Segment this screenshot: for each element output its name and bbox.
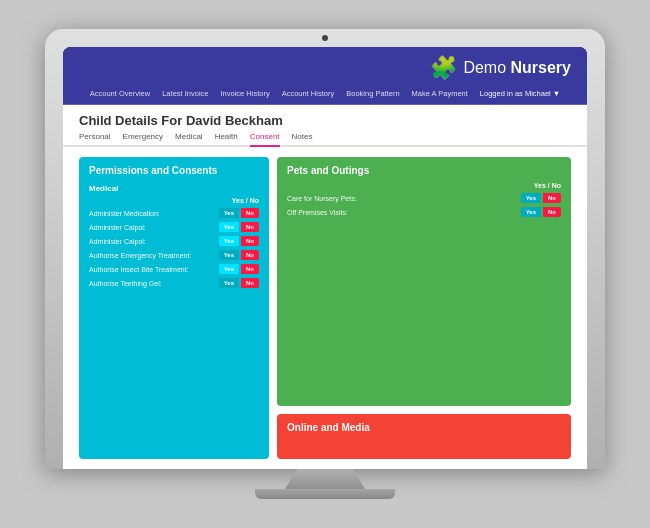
monitor-wrapper: 🧩 Demo Nursery Account Overview Latest I…	[45, 29, 605, 499]
perm-label-1: Administer Calpol:	[89, 224, 219, 231]
toggle-calpol2: Yes No	[219, 236, 259, 246]
nav-booking-pattern[interactable]: Booking Pattern	[346, 89, 399, 98]
btn-no-off-premises[interactable]: No	[543, 207, 561, 217]
perm-label-5: Authorise Teething Gel:	[89, 280, 219, 287]
btn-no-emergency[interactable]: No	[241, 250, 259, 260]
toggle-off-premises: Yes No	[521, 207, 561, 217]
btn-yes-teething[interactable]: Yes	[219, 278, 239, 288]
yes-no-label-permissions: Yes / No	[232, 197, 259, 204]
logo-nursery: Nursery	[511, 59, 571, 76]
screen: 🧩 Demo Nursery Account Overview Latest I…	[63, 47, 587, 469]
toggle-insect: Yes No	[219, 264, 259, 274]
logo-text: Demo Nursery	[463, 59, 571, 77]
permissions-section-label: Medical	[79, 180, 269, 195]
toggle-calpol1: Yes No	[219, 222, 259, 232]
permissions-card: Permissions and Consents Medical Yes / N…	[79, 157, 269, 459]
tab-medical[interactable]: Medical	[175, 132, 203, 145]
tabs-row: Personal Emergency Medical Health Consen…	[63, 132, 587, 147]
nav-account-overview[interactable]: Account Overview	[90, 89, 150, 98]
toggle-teething: Yes No	[219, 278, 259, 288]
btn-yes-insect[interactable]: Yes	[219, 264, 239, 274]
btn-yes-emergency[interactable]: Yes	[219, 250, 239, 260]
pets-card: Pets and Outings Yes / No Care for Nurse…	[277, 157, 571, 406]
perm-label-3: Authorise Emergency Treatment:	[89, 252, 219, 259]
monitor-stand	[285, 469, 365, 489]
btn-no-insect[interactable]: No	[241, 264, 259, 274]
puzzle-icon: 🧩	[430, 55, 457, 81]
perm-label-4: Authorise Insect Bite Treatment:	[89, 266, 219, 273]
nav-bar: Account Overview Latest Invoice Invoice …	[63, 85, 587, 105]
btn-no-calpol2[interactable]: No	[241, 236, 259, 246]
monitor-bezel: 🧩 Demo Nursery Account Overview Latest I…	[63, 47, 587, 469]
toggle-medication: Yes No	[219, 208, 259, 218]
perm-label-2: Administer Calpol:	[89, 238, 219, 245]
monitor-base	[255, 489, 395, 499]
permission-row-medication: Administer Medication: Yes No	[79, 206, 269, 220]
tab-emergency[interactable]: Emergency	[123, 132, 163, 145]
pet-label-1: Off Premises Visits:	[287, 209, 521, 216]
pet-row-offpremises: Off Premises Visits: Yes No	[277, 205, 571, 219]
nav-account-history[interactable]: Account History	[282, 89, 335, 98]
permissions-card-title: Permissions and Consents	[79, 157, 269, 180]
tab-consent[interactable]: Consent	[250, 132, 280, 147]
monitor-dot	[322, 35, 328, 41]
permission-row-calpol1: Administer Calpol: Yes No	[79, 220, 269, 234]
permission-row-emergency: Authorise Emergency Treatment: Yes No	[79, 248, 269, 262]
btn-yes-calpol2[interactable]: Yes	[219, 236, 239, 246]
permission-row-insect: Authorise Insect Bite Treatment: Yes No	[79, 262, 269, 276]
page-content: Child Details For David Beckham Personal…	[63, 105, 587, 469]
media-card: Online and Media	[277, 414, 571, 459]
permission-row-calpol2: Administer Calpol: Yes No	[79, 234, 269, 248]
yes-no-header-permissions: Yes / No	[79, 195, 269, 206]
right-col: Pets and Outings Yes / No Care for Nurse…	[277, 157, 571, 459]
btn-no-calpol1[interactable]: No	[241, 222, 259, 232]
btn-yes-off-premises[interactable]: Yes	[521, 207, 541, 217]
btn-yes-medication[interactable]: Yes	[219, 208, 239, 218]
btn-no-teething[interactable]: No	[241, 278, 259, 288]
page-title: Child Details For David Beckham	[63, 105, 587, 132]
perm-label-0: Administer Medication:	[89, 210, 219, 217]
pet-row-nursery: Care for Nursery Pets: Yes No	[277, 191, 571, 205]
header: 🧩 Demo Nursery	[63, 47, 587, 85]
nav-invoice-history[interactable]: Invoice History	[220, 89, 269, 98]
nav-make-payment[interactable]: Make A Payment	[412, 89, 468, 98]
btn-no-nursery-pets[interactable]: No	[543, 193, 561, 203]
btn-yes-calpol1[interactable]: Yes	[219, 222, 239, 232]
toggle-emergency: Yes No	[219, 250, 259, 260]
pets-card-title: Pets and Outings	[277, 157, 571, 180]
nav-logged-in[interactable]: Logged in as Michael ▼	[480, 89, 560, 98]
pet-label-0: Care for Nursery Pets:	[287, 195, 521, 202]
tab-personal[interactable]: Personal	[79, 132, 111, 145]
toggle-nursery-pets: Yes No	[521, 193, 561, 203]
media-card-title: Online and Media	[277, 414, 571, 437]
cards-area: Permissions and Consents Medical Yes / N…	[63, 147, 587, 469]
logo-area: 🧩 Demo Nursery	[430, 55, 571, 81]
permission-row-teething: Authorise Teething Gel: Yes No	[79, 276, 269, 290]
monitor-outer: 🧩 Demo Nursery Account Overview Latest I…	[45, 29, 605, 469]
logo-demo: Demo	[463, 59, 506, 76]
tab-notes[interactable]: Notes	[292, 132, 313, 145]
btn-no-medication[interactable]: No	[241, 208, 259, 218]
yes-no-header-pets: Yes / No	[277, 180, 571, 191]
tab-health[interactable]: Health	[215, 132, 238, 145]
yes-no-label-pets: Yes / No	[534, 182, 561, 189]
btn-yes-nursery-pets[interactable]: Yes	[521, 193, 541, 203]
nav-latest-invoice[interactable]: Latest Invoice	[162, 89, 208, 98]
